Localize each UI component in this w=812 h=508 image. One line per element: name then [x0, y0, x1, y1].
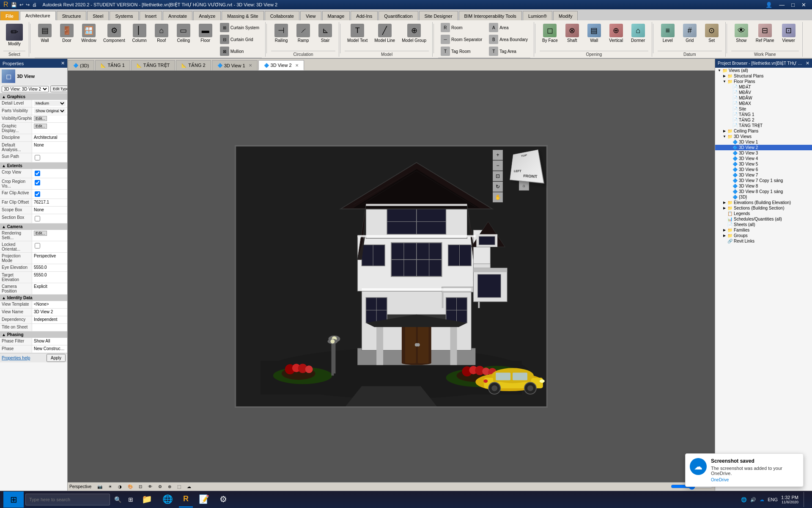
tree-3dview7-copy1[interactable]: 🔷 3D View 7 Copy 1 sáng: [715, 178, 812, 183]
temporary-hide-button[interactable]: 👁: [146, 483, 154, 490]
model-line-button[interactable]: ╱ Model Line: [372, 22, 398, 45]
set-button[interactable]: ⊙ Set: [702, 22, 722, 45]
viewer-button[interactable]: ⊡ Viewer: [779, 22, 799, 45]
area-boundary-button[interactable]: B Area Boundary: [486, 34, 530, 45]
railing-button[interactable]: ⊣ Railing: [271, 22, 291, 45]
mullion-button[interactable]: ⊠ Mullion: [217, 46, 262, 57]
dormer-button[interactable]: ⌂ Dormer: [628, 22, 648, 45]
model-group-button[interactable]: ⊕ Model Group: [399, 22, 429, 45]
tab-modify[interactable]: Modify: [553, 11, 578, 20]
ceiling-plans-arrow[interactable]: ▶: [722, 129, 727, 133]
tab-file[interactable]: File: [0, 11, 19, 20]
tree-tang1-plan[interactable]: 📄 TẦNG 1: [715, 112, 812, 117]
taskbar-clock[interactable]: 1:32 PM 11/6/2020: [781, 495, 798, 504]
column-button[interactable]: ⎢ Column: [129, 22, 150, 45]
ramp-button[interactable]: ⟋ Ramp: [293, 22, 313, 45]
curtain-system-button[interactable]: ⊞ Curtain System: [217, 22, 262, 33]
shadow-toggle-button[interactable]: ◑: [116, 483, 123, 490]
ref-plane-button[interactable]: ⊟ Ref Plane: [753, 22, 777, 45]
floor-plans-arrow[interactable]: ▼: [722, 80, 727, 83]
model-text-button[interactable]: T Model Text: [345, 22, 370, 45]
tab-insert[interactable]: Insert: [140, 11, 162, 20]
tree-legends[interactable]: 📋 Legends: [715, 211, 812, 216]
quick-access-print[interactable]: 🖨: [32, 2, 37, 7]
views-all-expand-arrow[interactable]: ▼: [717, 69, 722, 72]
onedrive-icon[interactable]: ☁: [760, 497, 764, 502]
sun-settings-button[interactable]: ☀: [107, 483, 114, 490]
taskbar-cortana-button[interactable]: 🔍: [112, 496, 124, 503]
tree-groups[interactable]: ▶ 📁 Groups: [715, 233, 812, 238]
show-rendering-button[interactable]: 🎨: [126, 483, 134, 490]
vertical-button[interactable]: ⊕ Vertical: [606, 22, 626, 45]
door-button[interactable]: 🚪 Door: [57, 22, 77, 45]
tree-3dview2[interactable]: 🔷 3D View 2: [715, 145, 812, 150]
by-face-button[interactable]: ◻ By Face: [540, 22, 560, 45]
orbit-button[interactable]: ↻: [493, 182, 503, 192]
tab-annotate[interactable]: Annotate: [163, 11, 192, 20]
apply-button[interactable]: Apply: [47, 354, 66, 362]
window-button[interactable]: 🪟 Window: [79, 22, 99, 45]
cube-front-face[interactable]: FRONT: [523, 174, 538, 179]
zoom-out-button[interactable]: −: [493, 160, 503, 171]
tree-mdat[interactable]: 📄 MĐẤT: [715, 84, 812, 90]
tree-structural-plans[interactable]: ▶ 📁 Structural Plans: [715, 73, 812, 79]
tab-structure[interactable]: Structure: [57, 11, 87, 20]
identity-data-section-header[interactable]: ▲ Identity Data: [0, 295, 67, 301]
extents-section-header[interactable]: ▲ Extents: [0, 163, 67, 169]
3dview1-close-button[interactable]: ✕: [249, 63, 252, 68]
sound-icon[interactable]: 🔊: [750, 497, 756, 502]
taskbar-task-view-button[interactable]: ⊞: [126, 496, 136, 503]
maximize-button[interactable]: □: [789, 2, 797, 8]
visibility-edit-button[interactable]: Edit...: [34, 116, 47, 121]
floor-button[interactable]: ▬ Floor: [195, 22, 216, 45]
tree-families[interactable]: ▶ 📁 Families: [715, 227, 812, 233]
level-button[interactable]: ≡ Level: [658, 22, 678, 45]
tab-systems[interactable]: Systems: [110, 11, 138, 20]
tree-3dview3[interactable]: 🔷 3D View 3: [715, 150, 812, 156]
region-box-button[interactable]: ⬚: [176, 483, 183, 490]
quick-access-redo[interactable]: ↪: [26, 2, 30, 8]
zoom-extents-button[interactable]: ⊡: [493, 171, 503, 181]
show-desktop-button[interactable]: [804, 492, 805, 507]
tree-3d-views[interactable]: ▼ 📁 3D Views: [715, 134, 812, 139]
tree-3dview1[interactable]: 🔷 3D View 1: [715, 139, 812, 145]
groups-arrow[interactable]: ▶: [722, 234, 727, 237]
tab-sitedesigner[interactable]: Site Designer: [419, 11, 458, 20]
modify-button[interactable]: ✏ Modify: [3, 22, 25, 48]
tree-sections[interactable]: ▶ 📁 Sections (Building Section): [715, 205, 812, 211]
main-viewport[interactable]: TOP LEFT FRONT ⌂ + − ⊡ ↻ ✋: [68, 71, 715, 482]
tree-3dview8-copy1[interactable]: 🔷 3D View 8 Copy 1 sáng: [715, 189, 812, 194]
taskbar-search-input[interactable]: [25, 494, 110, 505]
quick-access-save[interactable]: 💾: [11, 2, 17, 8]
wall-button[interactable]: ▤ Wall: [35, 22, 55, 45]
crop-view-checkbox[interactable]: [35, 171, 40, 176]
tree-schedules[interactable]: 📊 Schedules/Quantities (all): [715, 216, 812, 222]
tab-bim[interactable]: BIM Interoperability Tools: [459, 11, 522, 20]
design-options-button[interactable]: ⊕: [166, 483, 173, 490]
network-icon[interactable]: 🌐: [741, 497, 747, 502]
room-button[interactable]: R Room: [438, 22, 485, 33]
room-separator-button[interactable]: ─ Room Separator: [438, 34, 485, 45]
tree-mdaw[interactable]: 📄 MĐÂW: [715, 95, 812, 101]
edit-type-button[interactable]: Edit Type: [50, 86, 68, 92]
grid-button[interactable]: # Grid: [680, 22, 700, 45]
area-button[interactable]: A Area: [486, 22, 530, 33]
zoom-in-button[interactable]: +: [493, 150, 503, 160]
tab-lumion[interactable]: Lumion®: [523, 11, 552, 20]
tab-architecture[interactable]: Architecture: [20, 11, 56, 20]
show-button[interactable]: 👁 Show: [731, 22, 752, 45]
view-type-dropdown[interactable]: 3D View: 3D View 2: [2, 86, 49, 92]
camera-control-button[interactable]: 📷: [96, 483, 104, 490]
tree-3dview7[interactable]: 🔷 3D View 7: [715, 172, 812, 178]
viewport-canvas[interactable]: TOP LEFT FRONT ⌂ + − ⊡ ↻ ✋: [235, 145, 548, 408]
tag-area-button[interactable]: T Tag Area: [486, 46, 530, 57]
navigation-cube[interactable]: TOP LEFT FRONT ⌂: [505, 150, 543, 188]
stair-button[interactable]: ⊾ Stair: [315, 22, 335, 45]
minimize-button[interactable]: —: [776, 2, 787, 8]
camera-section-header[interactable]: ▲ Camera: [0, 224, 67, 230]
tab-manage[interactable]: Manage: [322, 11, 350, 20]
properties-close-button[interactable]: ✕: [61, 61, 65, 66]
taskbar-app4-button[interactable]: ⚙: [215, 491, 231, 508]
start-button[interactable]: ⊞: [3, 491, 24, 508]
phasing-section-header[interactable]: ▲ Phasing: [0, 331, 67, 338]
